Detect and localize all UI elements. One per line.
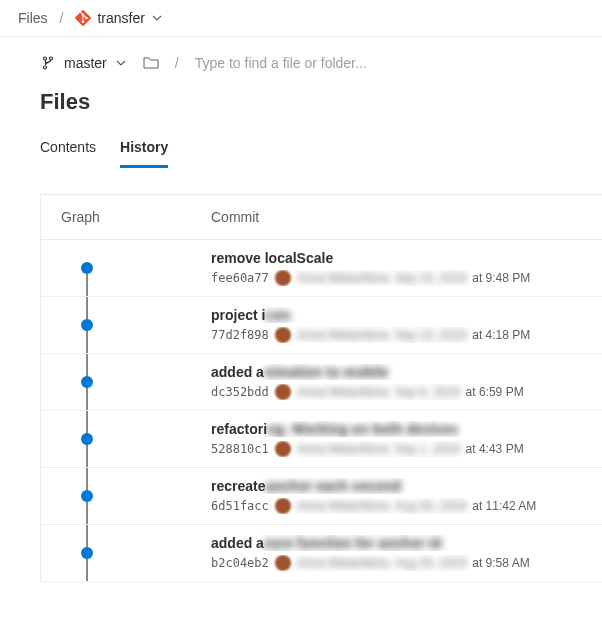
graph-cell — [61, 250, 211, 286]
commit-hash[interactable]: dc352bdd — [211, 385, 269, 399]
branch-name: master — [64, 55, 107, 71]
commit-title-redacted: zure function for anchor id — [264, 535, 441, 551]
chevron-down-icon — [151, 12, 163, 24]
graph-cell — [61, 421, 211, 457]
commit-title-visible: added a — [211, 364, 264, 380]
tabs: Contents History — [0, 121, 602, 168]
commit-row[interactable]: added azure function for anchor id b2c04… — [41, 525, 602, 582]
commit-title-redacted: ng. Working on both devices — [267, 421, 458, 437]
avatar — [275, 384, 291, 400]
commit-meta: 528810c1 Anna Melashkina Sep 1, 2019 at … — [211, 441, 582, 457]
commit-title[interactable]: refactoring. Working on both devices — [211, 421, 582, 437]
commit-cell: recreateanchor each second 6d51facc Anna… — [211, 478, 582, 514]
commit-title-redacted: nimation to mobile — [264, 364, 388, 380]
breadcrumb-root[interactable]: Files — [18, 10, 48, 26]
commit-time: at 11:42 AM — [472, 499, 536, 513]
graph-cell — [61, 364, 211, 400]
column-headers: Graph Commit — [41, 195, 602, 240]
commit-row[interactable]: recreateanchor each second 6d51facc Anna… — [41, 468, 602, 525]
commit-time: at 4:43 PM — [466, 442, 524, 456]
branch-path-row: master / Type to find a file or folder..… — [0, 37, 602, 71]
commit-title[interactable]: added animation to mobile — [211, 364, 582, 380]
commit-date: Sep 10, 2019 — [395, 271, 466, 285]
commit-date: Aug 30, 2019 — [395, 499, 466, 513]
commit-meta: 77d2f898 Anna Melashkina Sep 10, 2019 at… — [211, 327, 582, 343]
breadcrumb-separator: / — [60, 10, 64, 26]
path-separator: / — [175, 55, 179, 71]
graph-node-icon — [81, 490, 93, 502]
commit-row[interactable]: added animation to mobile dc352bdd Anna … — [41, 354, 602, 411]
branch-icon — [40, 55, 56, 71]
commit-title-visible: remove localScale — [211, 250, 333, 266]
commit-author: Anna Melashkina — [297, 499, 389, 513]
commit-meta: dc352bdd Anna Melashkina Sep 9, 2019 at … — [211, 384, 582, 400]
avatar — [275, 441, 291, 457]
commit-title-redacted: con — [265, 307, 290, 323]
page-title: Files — [0, 71, 602, 121]
commit-hash[interactable]: 6d51facc — [211, 499, 269, 513]
commit-row[interactable]: project icon 77d2f898 Anna Melashkina Se… — [41, 297, 602, 354]
graph-cell — [61, 478, 211, 514]
tab-history[interactable]: History — [120, 133, 168, 168]
commit-title[interactable]: project icon — [211, 307, 582, 323]
commit-date: Sep 10, 2019 — [395, 328, 466, 342]
commit-cell: remove localScale fee60a77 Anna Melashki… — [211, 250, 582, 286]
tab-contents[interactable]: Contents — [40, 133, 96, 168]
avatar — [275, 498, 291, 514]
commit-list: remove localScale fee60a77 Anna Melashki… — [41, 240, 602, 582]
avatar — [275, 555, 291, 571]
commit-time: at 6:59 PM — [466, 385, 524, 399]
graph-node-icon — [81, 433, 93, 445]
commit-title-visible: recreate — [211, 478, 266, 494]
commit-author: Anna Melashkina — [297, 328, 389, 342]
graph-node-icon — [81, 547, 93, 559]
graph-cell — [61, 307, 211, 343]
commit-title-visible: project i — [211, 307, 265, 323]
commit-row[interactable]: remove localScale fee60a77 Anna Melashki… — [41, 240, 602, 297]
commit-cell: project icon 77d2f898 Anna Melashkina Se… — [211, 307, 582, 343]
graph-node-icon — [81, 319, 93, 331]
branch-selector[interactable]: master — [40, 55, 127, 71]
commit-hash[interactable]: 77d2f898 — [211, 328, 269, 342]
commit-time: at 4:18 PM — [472, 328, 530, 342]
commit-row[interactable]: refactoring. Working on both devices 528… — [41, 411, 602, 468]
commit-time: at 9:58 AM — [472, 556, 529, 570]
commit-meta: fee60a77 Anna Melashkina Sep 10, 2019 at… — [211, 270, 582, 286]
commit-cell: refactoring. Working on both devices 528… — [211, 421, 582, 457]
file-filter-input[interactable]: Type to find a file or folder... — [195, 55, 367, 71]
graph-node-icon — [81, 262, 93, 274]
graph-cell — [61, 535, 211, 571]
avatar — [275, 327, 291, 343]
commit-hash[interactable]: 528810c1 — [211, 442, 269, 456]
column-header-graph[interactable]: Graph — [61, 209, 211, 225]
commit-date: Sep 1, 2019 — [395, 442, 460, 456]
commit-cell: added azure function for anchor id b2c04… — [211, 535, 582, 571]
commit-hash[interactable]: fee60a77 — [211, 271, 269, 285]
commit-title[interactable]: remove localScale — [211, 250, 582, 266]
commit-title[interactable]: recreateanchor each second — [211, 478, 582, 494]
commit-author: Anna Melashkina — [297, 442, 389, 456]
avatar — [275, 270, 291, 286]
history-panel: Graph Commit remove localScale fee60a77 … — [40, 194, 602, 582]
breadcrumb-repo-name: transfer — [97, 10, 144, 26]
commit-time: at 9:48 PM — [472, 271, 530, 285]
commit-author: Anna Melashkina — [297, 271, 389, 285]
breadcrumb: Files / transfer — [0, 0, 602, 37]
graph-node-icon — [81, 376, 93, 388]
chevron-down-icon — [115, 57, 127, 69]
commit-meta: 6d51facc Anna Melashkina Aug 30, 2019 at… — [211, 498, 582, 514]
commit-title-visible: refactori — [211, 421, 267, 437]
commit-author: Anna Melashkina — [297, 556, 389, 570]
breadcrumb-repo[interactable]: transfer — [75, 10, 162, 26]
commit-meta: b2c04eb2 Anna Melashkina Aug 30, 2019 at… — [211, 555, 582, 571]
commit-hash[interactable]: b2c04eb2 — [211, 556, 269, 570]
commit-date: Aug 30, 2019 — [395, 556, 466, 570]
column-header-commit[interactable]: Commit — [211, 209, 582, 225]
commit-date: Sep 9, 2019 — [395, 385, 460, 399]
git-repo-icon — [75, 10, 91, 26]
folder-icon[interactable] — [143, 55, 159, 71]
commit-title-redacted: anchor each second — [266, 478, 401, 494]
commit-title-visible: added a — [211, 535, 264, 551]
commit-cell: added animation to mobile dc352bdd Anna … — [211, 364, 582, 400]
commit-title[interactable]: added azure function for anchor id — [211, 535, 582, 551]
